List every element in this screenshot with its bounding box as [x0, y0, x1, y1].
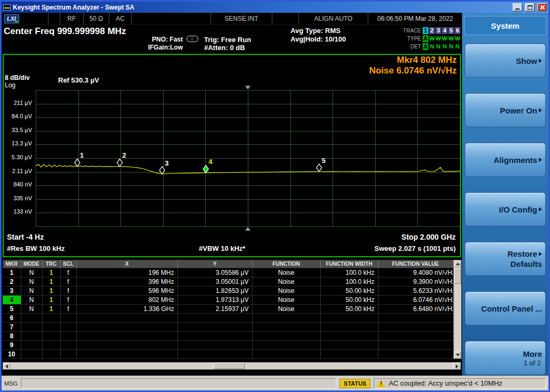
trace-select-6[interactable]: 6 [455, 27, 460, 34]
marker-table-row[interactable]: 1N1f196 MHz3.05586 µVNoise100.0 kHz9.408… [3, 268, 453, 277]
marker-table-row[interactable]: 9 [3, 340, 453, 349]
cell-value [378, 313, 453, 322]
minimize-icon [515, 9, 520, 10]
sidebar-button-control-panel[interactable]: Control Panel ... [465, 291, 546, 325]
vbw-label: #VBW 10 kHz* [199, 244, 245, 252]
center-freq-bottom-marker-icon [245, 227, 250, 231]
trace-select-2[interactable]: 2 [429, 27, 435, 34]
arrow-up-icon [456, 263, 460, 265]
trace-det-6: N [455, 43, 460, 50]
cell-y: 1.82653 µV [177, 286, 252, 295]
marker-table: MKRMODETRCSCLXYFUNCTIONFUNCTION WIDTHFUN… [3, 260, 454, 359]
cell-width [320, 322, 378, 331]
cell-trc: 1 [42, 268, 60, 277]
pno-indicator: PNO: Fast [128, 36, 183, 43]
cell-value: 9.4080 nV/√Hz [378, 268, 453, 277]
trace-det-2: N [429, 43, 435, 50]
datetime-display: 06:06:50 PM Mar 28, 2022 [368, 13, 462, 24]
close-button[interactable] [537, 3, 547, 11]
marker-2-diamond-icon[interactable] [117, 159, 123, 166]
sidebar-button-alignments[interactable]: Alignments [465, 143, 546, 177]
divider-cell [272, 13, 299, 24]
sidebar-button-label: Restore [507, 249, 537, 259]
marker-1-diamond-icon[interactable] [75, 159, 80, 166]
sidebar-menu: ShowPower OnAlignmentsI/O ConfigRestoreD… [463, 35, 547, 375]
cell-scl: f [60, 295, 76, 304]
cell-width [320, 313, 378, 322]
status-badge[interactable]: STATUS [339, 379, 370, 388]
arrow-right-icon [456, 364, 458, 369]
center-freq-readout[interactable]: Center Freq 999.999998 MHz [4, 26, 126, 37]
cell-value [378, 349, 453, 358]
warning-field: ! AC coupled: Accy unspec'd < 10MHz [374, 378, 546, 389]
trace-type-1: A [423, 35, 428, 42]
sidebar-button-show[interactable]: Show [465, 44, 546, 78]
scroll-down-button[interactable] [454, 352, 461, 358]
marker-table-row[interactable]: 3N1f596 MHz1.82653 µVNoise50.00 kHz5.623… [3, 286, 453, 295]
vertical-scroll-thumb[interactable] [454, 268, 461, 284]
scroll-up-button[interactable] [454, 260, 461, 267]
cell-scl [60, 340, 76, 349]
sidebar-button-i-o-config[interactable]: I/O Config [465, 192, 546, 226]
cell-x [76, 313, 177, 322]
marker-4-diamond-icon[interactable] [203, 165, 208, 173]
cell-scl: f [60, 268, 76, 277]
cell-mkr: 6 [3, 313, 21, 322]
cell-scl [60, 331, 76, 340]
cell-fn [252, 322, 320, 331]
column-header-mode: MODE [21, 260, 42, 268]
sidebar-button-more[interactable]: More1 of 2 [465, 341, 546, 375]
cell-mode: N [21, 295, 42, 304]
trace-det-4: N [442, 43, 448, 50]
cell-value: 6.0746 nV/√Hz [378, 295, 453, 304]
cell-fn [252, 340, 320, 349]
cell-trc [42, 349, 60, 358]
vertical-scrollbar[interactable] [454, 260, 462, 359]
cell-mode [21, 313, 42, 322]
cell-x: 196 MHz [76, 268, 177, 277]
cell-mkr: 3 [3, 286, 21, 295]
cell-scl [60, 322, 76, 331]
marker-table-body: 1N1f196 MHz3.05586 µVNoise100.0 kHz9.408… [3, 268, 453, 358]
column-header-function: FUNCTION [252, 260, 320, 268]
trace-select-5[interactable]: 5 [448, 27, 454, 34]
marker-table-row[interactable]: 6 [3, 313, 453, 322]
app-window: Keysight Spectrum Analyzer - Swept SA LX… [0, 0, 550, 392]
cell-mkr: 4 [3, 295, 21, 304]
y-axis-label: 211 µV [14, 100, 32, 106]
trace-select-4[interactable]: 4 [442, 27, 448, 34]
cell-value: 9.3900 nV/√Hz [378, 277, 453, 286]
marker-table-row[interactable]: 5N1f1.336 GHz2.15937 µVNoise50.00 kHz6.6… [3, 304, 453, 313]
softkey-sidebar: System ShowPower OnAlignmentsI/O ConfigR… [462, 13, 548, 375]
scroll-right-button[interactable] [454, 363, 460, 370]
cell-fn: Noise [252, 295, 320, 304]
maximize-button[interactable] [525, 3, 535, 11]
trace-panel: TRACE 1 2 3 4 5 6 TYPE A W W W W [398, 27, 461, 50]
marker-table-row[interactable]: 8 [3, 331, 453, 340]
marker-table-row[interactable]: 7 [3, 322, 453, 331]
cell-width: 100.0 kHz [320, 268, 378, 277]
minimize-button[interactable] [513, 3, 522, 11]
marker-table-row[interactable]: 10 [3, 349, 453, 358]
trace-select-3[interactable]: 3 [435, 27, 441, 34]
scroll-left-button[interactable] [3, 363, 10, 370]
cell-fn: Noise [252, 304, 320, 313]
cell-mode: N [21, 304, 42, 313]
trace-select-1[interactable]: 1 [423, 27, 428, 34]
marker-3-diamond-icon[interactable] [159, 167, 165, 174]
horizontal-scroll-thumb[interactable] [214, 363, 245, 369]
marker-table-row[interactable]: 2N1f396 MHz3.05001 µVNoise100.0 kHz9.390… [3, 277, 453, 286]
sidebar-button-power-on[interactable]: Power On [465, 93, 546, 127]
column-header-function-width: FUNCTION WIDTH [320, 260, 378, 268]
cell-y [177, 331, 252, 340]
horizontal-scrollbar[interactable] [3, 362, 461, 370]
marker-table-row[interactable]: 4N1f802 MHz1.97313 µVNoise50.00 kHz6.074… [3, 295, 453, 304]
cell-mode [21, 349, 42, 358]
ifgain-indicator: IFGain:Low [128, 44, 183, 51]
marker-5-diamond-icon[interactable] [317, 164, 322, 172]
cell-width [320, 340, 378, 349]
menu-title[interactable]: System [464, 16, 546, 35]
rf-indicator: RF [60, 13, 84, 24]
instrument-area: LXI RF 50 Ω AC SENSE:INT ALIGN AUTO 06:0… [2, 13, 462, 375]
sidebar-button-restore-defaults[interactable]: RestoreDefaults [465, 242, 546, 276]
